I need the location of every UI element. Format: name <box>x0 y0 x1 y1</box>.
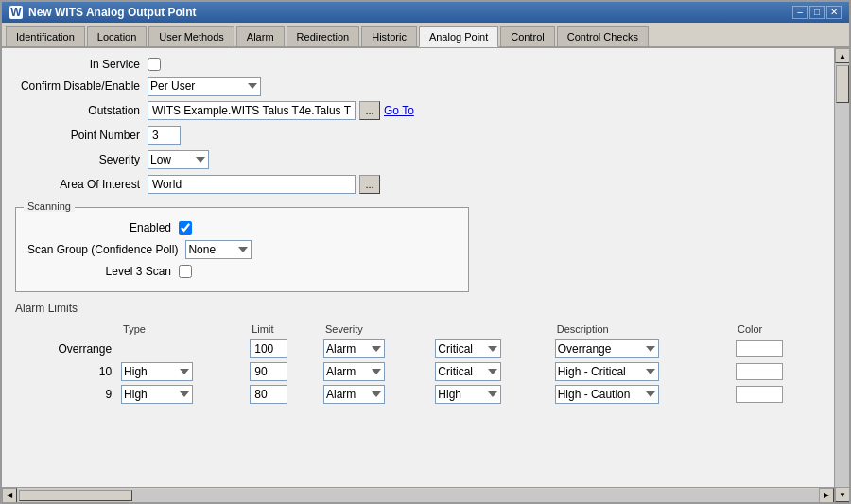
minimize-button[interactable]: – <box>792 6 808 19</box>
row-label-overrange: Overrange <box>15 338 117 360</box>
outstation-label: Outstation <box>15 104 148 117</box>
row-alarm-9: Alarm Warning None <box>320 383 431 406</box>
scroll-x-thumb[interactable] <box>19 490 132 501</box>
goto-link[interactable]: Go To <box>384 104 414 117</box>
scroll-up-button[interactable]: ▲ <box>835 48 849 63</box>
in-service-row: In Service <box>15 58 821 71</box>
row-desc-9: Overrange High - Critical High - Caution <box>551 383 732 406</box>
col-header-type: Type <box>117 321 246 338</box>
confirm-disable-select[interactable]: Per User Always Never <box>148 77 261 96</box>
maximize-button[interactable]: □ <box>809 6 825 19</box>
window-title: New WITS Analog Output Point <box>28 6 197 19</box>
scan-group-select[interactable]: None Group 1 Group 2 <box>185 240 252 259</box>
desc-select-9[interactable]: Overrange High - Critical High - Caution <box>555 385 659 404</box>
limit-input-10[interactable] <box>250 362 287 381</box>
close-button[interactable]: ✕ <box>826 6 842 19</box>
vertical-scrollbar[interactable]: ▲ ▼ <box>834 48 849 502</box>
scanning-enabled-row: Enabled <box>27 221 457 235</box>
scroll-left-button[interactable]: ◀ <box>2 488 17 503</box>
scanning-enabled-checkbox[interactable] <box>179 221 192 235</box>
tab-location[interactable]: Location <box>87 26 148 46</box>
tab-control-checks[interactable]: Control Checks <box>557 26 649 46</box>
table-row: 10 High Low Deadband <box>15 360 821 383</box>
point-number-input[interactable] <box>148 126 181 145</box>
limit-input-9[interactable] <box>250 385 287 404</box>
horizontal-scrollbar[interactable]: ◀ ▶ <box>2 487 834 502</box>
row-desc-overrange: Overrange High - Critical High - Caution <box>551 338 732 360</box>
tab-control[interactable]: Control <box>500 26 554 46</box>
severity-select[interactable]: Low Medium High Critical <box>148 150 209 169</box>
point-number-row: Point Number <box>15 126 821 145</box>
confirm-disable-row: Confirm Disable/Enable Per User Always N… <box>15 77 821 96</box>
scan-group-label: Scan Group (Confidence Poll) <box>27 243 185 256</box>
scroll-x-track <box>17 489 819 502</box>
level3-label: Level 3 Scan <box>27 265 179 278</box>
area-input[interactable] <box>148 175 356 194</box>
alarm-limits-title: Alarm Limits <box>15 302 821 315</box>
alarm-table: Type Limit Severity Description Color Ov… <box>15 321 821 406</box>
type-select-9[interactable]: High Low Deadband <box>121 385 193 404</box>
row-type-overrange <box>117 338 246 360</box>
desc-select-10[interactable]: Overrange High - Critical High - Caution <box>555 362 659 381</box>
in-service-checkbox[interactable] <box>148 58 161 71</box>
tab-user-methods[interactable]: User Methods <box>148 26 234 46</box>
row-alarm-overrange: Alarm Warning None <box>320 338 431 360</box>
desc-select-overrange[interactable]: Overrange High - Critical High - Caution <box>555 339 659 358</box>
row-severity-9: Critical High Medium Low <box>431 383 550 406</box>
severity-select-10[interactable]: Critical High Medium Low <box>435 362 501 381</box>
table-row: 9 High Low Deadband <box>15 383 821 406</box>
row-color-10 <box>732 360 821 383</box>
row-color-overrange <box>732 338 821 360</box>
area-browse-button[interactable]: ... <box>359 175 380 194</box>
confirm-disable-label: Confirm Disable/Enable <box>15 79 148 93</box>
row-desc-10: Overrange High - Critical High - Caution <box>551 360 732 383</box>
col-header-limit: Limit <box>246 321 320 338</box>
alarm-select-10[interactable]: Alarm Warning None <box>323 362 385 381</box>
alarm-limits-section: Alarm Limits Type Limit Severity Descrip… <box>15 302 821 406</box>
row-type-9: High Low Deadband <box>117 383 246 406</box>
outstation-input[interactable] <box>148 101 356 120</box>
point-number-label: Point Number <box>15 129 148 142</box>
severity-select-overrange[interactable]: Critical High Medium Low <box>435 339 501 358</box>
row-severity-overrange: Critical High Medium Low <box>431 338 550 360</box>
scroll-y-thumb[interactable] <box>836 65 849 103</box>
tab-redirection[interactable]: Redirection <box>287 26 360 46</box>
col-header-color: Color <box>732 321 821 338</box>
level3-scan-row: Level 3 Scan <box>27 265 457 278</box>
content-area: In Service Confirm Disable/Enable Per Us… <box>2 48 849 502</box>
window-icon: W <box>9 6 23 19</box>
col-header-severity: Severity <box>320 321 551 338</box>
tab-bar: Identification Location User Methods Ala… <box>2 23 849 48</box>
type-select-10[interactable]: High Low Deadband <box>121 362 193 381</box>
row-color-9 <box>732 383 821 406</box>
alarm-select-9[interactable]: Alarm Warning None <box>323 385 385 404</box>
tab-identification[interactable]: Identification <box>6 26 85 46</box>
severity-select-9[interactable]: Critical High Medium Low <box>435 385 501 404</box>
table-row: Overrange Alarm Warning None <box>15 338 821 360</box>
outstation-row: Outstation ... Go To <box>15 101 821 120</box>
scanning-title: Scanning <box>24 200 75 212</box>
row-label-9: 9 <box>15 383 117 406</box>
col-header-description: Description <box>551 321 732 338</box>
level3-checkbox[interactable] <box>179 265 192 278</box>
window-controls: – □ ✕ <box>792 6 842 19</box>
area-of-interest-row: Area Of Interest ... <box>15 175 821 194</box>
tab-analog-point[interactable]: Analog Point <box>419 26 498 47</box>
in-service-label: In Service <box>15 58 148 71</box>
scroll-y-track <box>835 63 849 487</box>
scroll-content[interactable]: In Service Confirm Disable/Enable Per Us… <box>2 48 834 487</box>
row-limit-10 <box>246 360 320 383</box>
limit-input-overrange[interactable] <box>250 339 287 358</box>
color-box-9 <box>736 386 783 403</box>
row-severity-10: Critical High Medium Low <box>431 360 550 383</box>
scroll-down-button[interactable]: ▼ <box>835 487 849 502</box>
alarm-select-overrange[interactable]: Alarm Warning None <box>323 339 385 358</box>
titlebar: W New WITS Analog Output Point – □ ✕ <box>2 2 849 23</box>
severity-row: Severity Low Medium High Critical <box>15 150 821 169</box>
tab-alarm[interactable]: Alarm <box>236 26 285 46</box>
color-box-10 <box>736 363 783 380</box>
tab-historic[interactable]: Historic <box>361 26 417 46</box>
row-limit-overrange <box>246 338 320 360</box>
scroll-right-button[interactable]: ▶ <box>819 488 834 503</box>
outstation-browse-button[interactable]: ... <box>359 101 380 120</box>
